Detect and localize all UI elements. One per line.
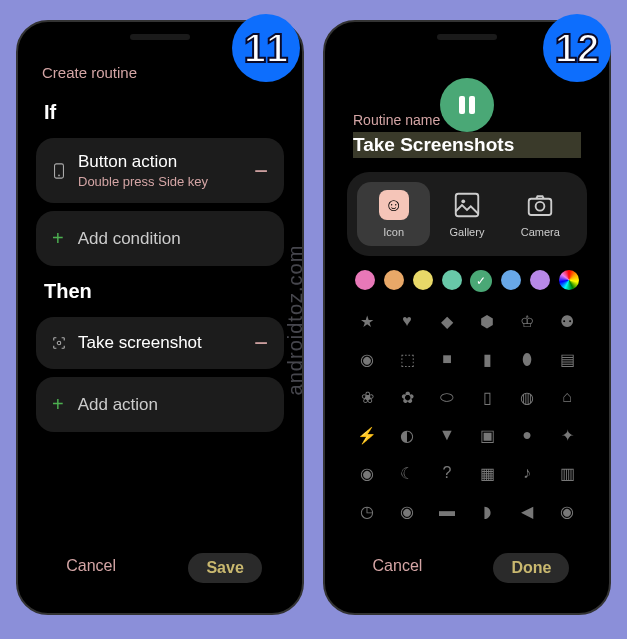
condition-subtitle: Double press Side key bbox=[78, 174, 242, 189]
phone-right: Routine name Take Screenshots ☺ Icon Gal… bbox=[323, 20, 611, 615]
color-swatch-3[interactable] bbox=[442, 270, 462, 290]
condition-card[interactable]: Button action Double press Side key − bbox=[36, 138, 284, 203]
ball-icon[interactable]: ● bbox=[511, 422, 543, 448]
color-swatch-7[interactable] bbox=[559, 270, 579, 290]
svg-point-4 bbox=[461, 199, 465, 203]
bear-icon[interactable]: ⬢ bbox=[471, 308, 503, 334]
tab-gallery[interactable]: Gallery bbox=[430, 182, 503, 246]
color-swatch-4[interactable]: ✓ bbox=[470, 270, 492, 292]
bone-icon[interactable]: ⬭ bbox=[431, 384, 463, 410]
leaf-icon[interactable]: ❀ bbox=[351, 384, 383, 410]
food-icon[interactable]: ◍ bbox=[511, 384, 543, 410]
phone-speaker bbox=[130, 34, 190, 40]
action-card[interactable]: Take screenshot − bbox=[36, 317, 284, 369]
pause-icon bbox=[440, 78, 494, 132]
button-action-icon bbox=[52, 163, 66, 179]
group-icon[interactable]: ◉ bbox=[551, 498, 583, 524]
svg-point-2 bbox=[57, 341, 61, 345]
svg-point-6 bbox=[536, 202, 545, 211]
robot-icon[interactable]: ⚉ bbox=[551, 308, 583, 334]
step-badge-11: 11 bbox=[232, 14, 300, 82]
controller-icon[interactable]: ⬮ bbox=[511, 346, 543, 372]
plus-icon: + bbox=[52, 227, 64, 250]
drink-icon[interactable]: ▼ bbox=[431, 422, 463, 448]
phone-speaker bbox=[437, 34, 497, 40]
moon-icon[interactable]: ☾ bbox=[391, 460, 423, 486]
color-picker-row: ✓ bbox=[351, 270, 583, 292]
chat-icon[interactable]: ◗ bbox=[471, 498, 503, 524]
add-condition-button[interactable]: + Add condition bbox=[36, 211, 284, 266]
add-action-label: Add action bbox=[78, 395, 158, 415]
color-swatch-2[interactable] bbox=[413, 270, 433, 290]
home-icon[interactable]: ⌂ bbox=[551, 384, 583, 410]
fork-icon[interactable]: ▯ bbox=[471, 384, 503, 410]
save-button[interactable]: Save bbox=[188, 553, 261, 583]
bottle-icon[interactable]: ▮ bbox=[471, 346, 503, 372]
icon-source-tabs: ☺ Icon Gallery Camera bbox=[347, 172, 587, 256]
diamond-icon[interactable]: ◆ bbox=[431, 308, 463, 334]
tab-icon-label: Icon bbox=[383, 226, 404, 238]
routine-name-input[interactable]: Take Screenshots bbox=[353, 132, 581, 158]
star-icon[interactable]: ★ bbox=[351, 308, 383, 334]
bulb-icon[interactable]: ◉ bbox=[351, 460, 383, 486]
help-icon[interactable]: ? bbox=[431, 460, 463, 486]
condition-title: Button action bbox=[78, 152, 242, 172]
icon-grid: ★♥◆⬢♔⚉◉⬚■▮⬮▤❀✿⬭▯◍⌂⚡◐▼▣●✦◉☾?▦♪▥◷◉▬◗◀◉▢▭▽▶… bbox=[351, 308, 583, 535]
color-swatch-0[interactable] bbox=[355, 270, 375, 290]
svg-point-1 bbox=[58, 174, 60, 176]
color-swatch-6[interactable] bbox=[530, 270, 550, 290]
step-badge-12: 12 bbox=[543, 14, 611, 82]
clock-icon[interactable]: ◷ bbox=[351, 498, 383, 524]
flower-icon[interactable]: ✿ bbox=[391, 384, 423, 410]
then-section-label: Then bbox=[26, 270, 294, 313]
footer-bar: Cancel Save bbox=[26, 535, 294, 605]
gallery-icon bbox=[452, 190, 482, 220]
camera-icon bbox=[525, 190, 555, 220]
watermark-text: androidtoz.com bbox=[284, 244, 307, 395]
action-title: Take screenshot bbox=[78, 333, 242, 353]
add-condition-label: Add condition bbox=[78, 229, 181, 249]
screen-create-routine: Create routine If Button action Double p… bbox=[26, 50, 294, 605]
basket-icon[interactable]: ▣ bbox=[471, 422, 503, 448]
remove-condition-button[interactable]: − bbox=[254, 159, 268, 183]
footer-bar: Cancel Done bbox=[333, 535, 601, 605]
gift-icon[interactable]: ■ bbox=[431, 346, 463, 372]
lightning-icon[interactable]: ⚡ bbox=[351, 422, 383, 448]
if-section-label: If bbox=[26, 91, 294, 134]
remove-action-button[interactable]: − bbox=[254, 331, 268, 355]
screenshot-icon bbox=[52, 335, 66, 351]
crown-icon[interactable]: ♔ bbox=[511, 308, 543, 334]
face-icon: ☺ bbox=[379, 190, 409, 220]
building-icon[interactable]: ▦ bbox=[471, 460, 503, 486]
screen-routine-name: Routine name Take Screenshots ☺ Icon Gal… bbox=[333, 50, 601, 605]
tab-icon[interactable]: ☺ Icon bbox=[357, 182, 430, 246]
plus-icon: + bbox=[52, 393, 64, 416]
bot-icon[interactable]: ◉ bbox=[351, 346, 383, 372]
speaker-icon[interactable]: ◀ bbox=[511, 498, 543, 524]
add-action-button[interactable]: + Add action bbox=[36, 377, 284, 432]
color-swatch-1[interactable] bbox=[384, 270, 404, 290]
cancel-button[interactable]: Cancel bbox=[365, 553, 431, 583]
cancel-button[interactable]: Cancel bbox=[58, 553, 124, 583]
tab-gallery-label: Gallery bbox=[450, 226, 485, 238]
phone-left: Create routine If Button action Double p… bbox=[16, 20, 304, 615]
cart-icon[interactable]: ▤ bbox=[551, 346, 583, 372]
done-button[interactable]: Done bbox=[493, 553, 569, 583]
heart-icon[interactable]: ♥ bbox=[391, 308, 423, 334]
car-icon[interactable]: ▬ bbox=[431, 498, 463, 524]
music-icon[interactable]: ♪ bbox=[511, 460, 543, 486]
print-icon[interactable]: ▥ bbox=[551, 460, 583, 486]
tab-camera[interactable]: Camera bbox=[504, 182, 577, 246]
paint-icon[interactable]: ◐ bbox=[391, 422, 423, 448]
color-swatch-5[interactable] bbox=[501, 270, 521, 290]
puzzle-icon[interactable]: ⬚ bbox=[391, 346, 423, 372]
svg-rect-3 bbox=[456, 194, 479, 217]
pin-icon[interactable]: ◉ bbox=[391, 498, 423, 524]
paw-icon[interactable]: ✦ bbox=[551, 422, 583, 448]
tab-camera-label: Camera bbox=[521, 226, 560, 238]
